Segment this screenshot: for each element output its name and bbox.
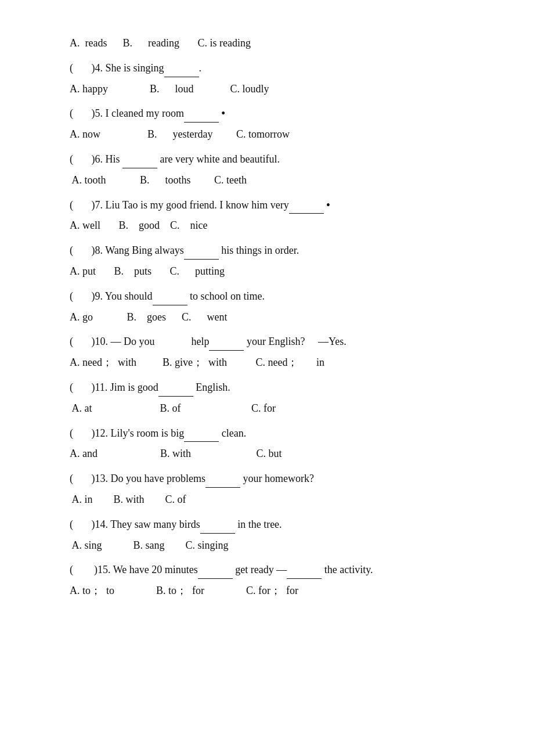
q13-stem: ( )13. Do you have problems your homewor…	[70, 470, 476, 488]
question-12: ( )12. Lily's room is big clean. A. and …	[70, 425, 476, 463]
q15-options: A. to； to B. to； for C. for； for	[70, 582, 476, 599]
q8-stem: ( )8. Wang Bing always his things in ord…	[70, 242, 476, 260]
q7-stem: ( )7. Liu Tao is my good friend. I know …	[70, 197, 476, 214]
q10-stem: ( )10. — Do you help your English? —Yes.	[70, 333, 476, 351]
q6-options: A. tooth B. tooths C. teeth	[70, 172, 476, 189]
q15-stem: ( )15. We have 20 minutes get ready — th…	[70, 561, 476, 579]
question-13: ( )13. Do you have problems your homewor…	[70, 470, 476, 508]
question-5: ( )5. I cleaned my room • A. now B. yest…	[70, 105, 476, 143]
q4-stem: ( )4. She is singing .	[70, 60, 476, 77]
q9-stem: ( )9. You should to school on time.	[70, 288, 476, 305]
exam-content: A. reads B. reading C. is reading ( )4. …	[70, 35, 476, 599]
q8-options: A. put B. puts C. putting	[70, 263, 476, 280]
question-7: ( )7. Liu Tao is my good friend. I know …	[70, 197, 476, 235]
q3-options-line: A. reads B. reading C. is reading	[70, 35, 476, 52]
q11-stem: ( )11. Jim is good English.	[70, 379, 476, 397]
q9-options: A. go B. goes C. went	[70, 309, 476, 326]
q12-stem: ( )12. Lily's room is big clean.	[70, 425, 476, 442]
q12-options: A. and B. with C. but	[70, 445, 476, 462]
q14-options: A. sing B. sang C. singing	[70, 537, 476, 554]
question-9: ( )9. You should to school on time. A. g…	[70, 288, 476, 326]
question-4: ( )4. She is singing . A. happy B. loud …	[70, 60, 476, 98]
question-14: ( )14. They saw many birds in the tree. …	[70, 516, 476, 554]
q4-options: A. happy B. loud C. loudly	[70, 81, 476, 98]
q6-stem: ( )6. His are very white and beautiful.	[70, 151, 476, 168]
q11-options: A. at B. of C. for	[70, 400, 476, 417]
question-11: ( )11. Jim is good English. A. at B. of …	[70, 379, 476, 417]
q7-options: A. well B. good C. nice	[70, 217, 476, 234]
question-10: ( )10. — Do you help your English? —Yes.…	[70, 333, 476, 371]
q10-options: A. need； with B. give； with C. need； in	[70, 354, 476, 371]
q14-stem: ( )14. They saw many birds in the tree.	[70, 516, 476, 534]
q5-stem: ( )5. I cleaned my room •	[70, 105, 476, 123]
question-15: ( )15. We have 20 minutes get ready — th…	[70, 561, 476, 599]
question-8: ( )8. Wang Bing always his things in ord…	[70, 242, 476, 280]
question-6: ( )6. His are very white and beautiful. …	[70, 151, 476, 189]
q5-options: A. now B. yesterday C. tomorrow	[70, 126, 476, 143]
q13-options: A. in B. with C. of	[70, 491, 476, 508]
